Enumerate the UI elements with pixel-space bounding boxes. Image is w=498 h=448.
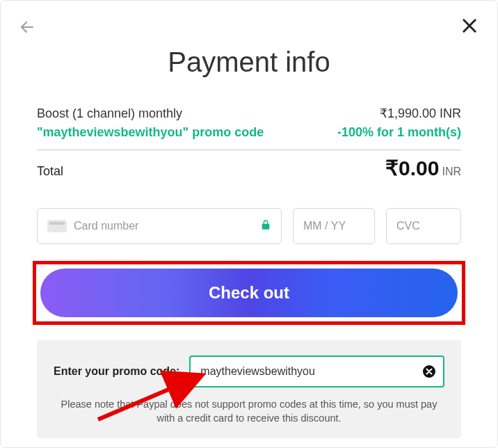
cvc-placeholder: CVC (396, 220, 420, 232)
checkout-highlight-box: Check out (33, 261, 465, 325)
promo-discount-value: -100% for 1 month(s) (337, 125, 461, 140)
card-cvc-input[interactable]: CVC (386, 208, 461, 244)
lock-icon (260, 218, 271, 234)
promo-discount-line: "maytheviewsbewithyou" promo code -100% … (37, 125, 461, 145)
promo-code-input-wrap[interactable] (189, 355, 444, 387)
close-icon[interactable] (460, 16, 479, 35)
plan-price: ₹1,990.00 INR (380, 106, 461, 121)
clear-promo-icon[interactable] (422, 365, 436, 378)
promo-code-label: Enter your promo code: (54, 365, 179, 378)
total-amount: ₹0.00 (385, 157, 439, 179)
total-line: Total ₹0.00INR (37, 156, 461, 180)
page-title: Payment info (37, 47, 461, 78)
card-number-placeholder: Card number (74, 220, 138, 232)
promo-code-panel: Enter your promo code: Please note that … (37, 340, 461, 438)
checkout-button[interactable]: Check out (40, 269, 458, 317)
total-label: Total (37, 164, 63, 179)
plan-line: Boost (1 channel) monthly ₹1,990.00 INR (37, 106, 461, 121)
total-currency: INR (442, 166, 461, 177)
promo-applied-label: "maytheviewsbewithyou" promo code (37, 125, 264, 140)
expiry-placeholder: MM / YY (303, 220, 346, 232)
promo-note-text: Please note that Paypal does not support… (54, 397, 444, 426)
back-arrow-icon[interactable] (19, 19, 35, 35)
plan-label: Boost (1 channel) monthly (37, 106, 182, 121)
summary-divider (37, 150, 461, 150)
credit-card-icon (47, 220, 67, 232)
card-number-input[interactable]: Card number (37, 208, 282, 244)
promo-code-input[interactable] (200, 365, 415, 378)
card-expiry-input[interactable]: MM / YY (293, 208, 375, 244)
